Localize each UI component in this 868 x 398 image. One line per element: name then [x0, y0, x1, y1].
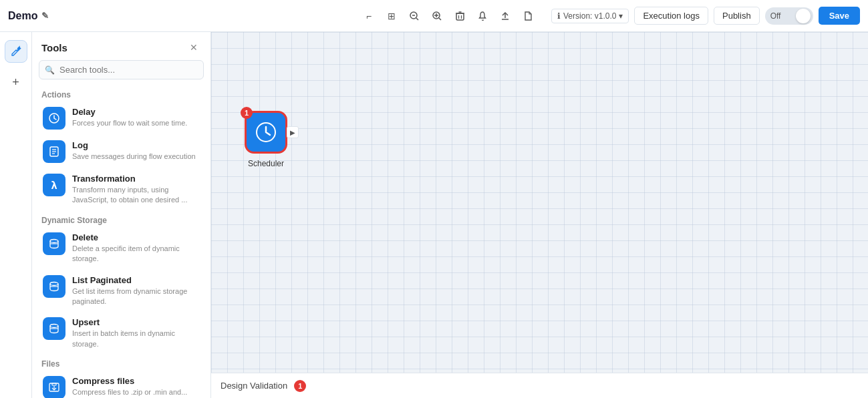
list-paginated-name: List Paginated [72, 275, 200, 285]
tools-search-area: 🔍 [39, 60, 204, 79]
transformation-desc: Transform many inputs, using JavaScript,… [72, 185, 200, 206]
transformation-info: Transformation Transform many inputs, us… [72, 174, 200, 206]
design-validation-label: Design Validation [221, 381, 287, 391]
add-node-btn[interactable]: + [5, 71, 27, 93]
app-title-area: Demo ✎ [8, 10, 49, 22]
tool-item-compress-files[interactable]: Compress files Compress files to .zip or… [39, 371, 204, 398]
zoom-in-btn[interactable] [427, 6, 447, 26]
scheduler-expand-arrow[interactable]: ▶ [287, 126, 299, 138]
svg-rect-7 [456, 13, 464, 20]
compress-files-desc: Compress files to .zip or .min and... [72, 387, 200, 397]
tools-list: Actions Delay Forces your flow to wait s… [32, 86, 210, 398]
grid-icon-btn[interactable]: ⊞ [382, 6, 402, 26]
tools-panel-title: Tools [41, 42, 67, 53]
toggle-label: Off [770, 11, 781, 21]
svg-line-6 [439, 18, 441, 20]
list-paginated-info: List Paginated Get list items from dynam… [72, 275, 200, 307]
search-icon: 🔍 [45, 65, 55, 75]
execution-logs-button[interactable]: Execution logs [634, 7, 708, 25]
delay-icon [43, 107, 65, 130]
delete-btn[interactable] [450, 6, 470, 26]
delay-name: Delay [72, 107, 200, 117]
scheduler-box[interactable]: ▶ [245, 111, 287, 154]
canvas-area[interactable]: 1 ▶ Scheduler Design Validation 1 [211, 32, 868, 398]
tool-item-transformation[interactable]: λ Transformation Transform many inputs, … [39, 169, 204, 210]
bell-btn[interactable] [472, 6, 492, 26]
compress-files-name: Compress files [72, 376, 200, 386]
section-label-files: Files [39, 355, 204, 371]
delete-desc: Delete a specific item of dynamic storag… [72, 244, 200, 264]
upsert-icon [43, 317, 65, 340]
design-validation-badge: 1 [294, 380, 306, 392]
log-info: Log Save messages during flow execution [72, 140, 200, 162]
transformation-name: Transformation [72, 174, 200, 184]
plus-icon: + [12, 75, 19, 89]
log-icon [43, 140, 65, 163]
list-paginated-desc: Get list items from dynamic storage pagi… [72, 286, 200, 307]
save-button[interactable]: Save [819, 7, 860, 25]
zoom-out-btn[interactable] [404, 6, 424, 26]
delete-storage-icon [43, 232, 65, 255]
upsert-desc: Insert in batch items in dynamic storage… [72, 329, 200, 349]
info-icon: ℹ [557, 11, 561, 21]
tools-search-input[interactable] [39, 60, 204, 79]
scheduler-badge: 1 [241, 107, 253, 119]
left-sidebar: + [0, 32, 32, 398]
app-title: Demo [8, 10, 37, 22]
tool-item-log[interactable]: Log Save messages during flow execution [39, 136, 204, 168]
svg-point-23 [50, 325, 58, 328]
delay-desc: Forces your flow to wait some time. [72, 118, 200, 128]
version-chevron-icon: ▾ [619, 11, 623, 21]
scheduler-label: Scheduler [248, 159, 284, 168]
tools-sidebar-btn[interactable] [5, 40, 27, 63]
section-label-dynamic-storage: Dynamic Storage [39, 212, 204, 228]
tools-panel-header: Tools ✕ [32, 32, 210, 60]
bottom-bar: Design Validation 1 [211, 373, 868, 398]
compress-files-icon [43, 376, 65, 398]
list-paginated-icon [43, 275, 65, 298]
scheduler-node: 1 ▶ Scheduler [245, 111, 287, 168]
toolbar-icons: ⌐ ⊞ [359, 6, 538, 26]
upload-btn[interactable] [495, 6, 515, 26]
log-name: Log [72, 140, 200, 150]
transformation-icon: λ [43, 174, 65, 196]
tools-panel-close-btn[interactable]: ✕ [186, 40, 201, 55]
upsert-name: Upsert [72, 317, 200, 327]
flow-icon-btn[interactable]: ⌐ [359, 6, 379, 26]
tool-item-upsert[interactable]: Upsert Insert in batch items in dynamic … [39, 313, 204, 354]
delay-info: Delay Forces your flow to wait some time… [72, 107, 200, 128]
svg-point-21 [50, 282, 58, 285]
version-text: Version: v1.0.0 [563, 11, 616, 21]
log-desc: Save messages during flow execution [72, 152, 200, 162]
tool-item-list-paginated[interactable]: List Paginated Get list items from dynam… [39, 270, 204, 312]
edit-title-icon[interactable]: ✎ [41, 11, 49, 21]
svg-line-2 [416, 18, 418, 20]
delete-info: Delete Delete a specific item of dynamic… [72, 232, 200, 264]
svg-rect-26 [52, 383, 56, 385]
version-badge[interactable]: ℹ Version: v1.0.0 ▾ [551, 9, 629, 23]
compress-files-info: Compress files Compress files to .zip or… [72, 376, 200, 397]
publish-button[interactable]: Publish [714, 7, 760, 25]
delete-name: Delete [72, 232, 200, 242]
upsert-info: Upsert Insert in batch items in dynamic … [72, 317, 200, 349]
section-label-actions: Actions [39, 86, 204, 102]
tools-panel: Tools ✕ 🔍 Actions Delay Forces your flow… [32, 32, 211, 398]
tool-item-delay[interactable]: Delay Forces your flow to wait some time… [39, 102, 204, 134]
file-btn[interactable] [518, 6, 538, 26]
toggle-off-switch[interactable]: Off [765, 7, 813, 25]
svg-point-19 [50, 239, 58, 242]
topbar: Demo ✎ ⌐ ⊞ [0, 0, 868, 32]
main-area: + Tools ✕ 🔍 Actions Delay [0, 32, 868, 398]
tool-item-delete[interactable]: Delete Delete a specific item of dynamic… [39, 228, 204, 269]
toggle-circle [796, 9, 811, 23]
